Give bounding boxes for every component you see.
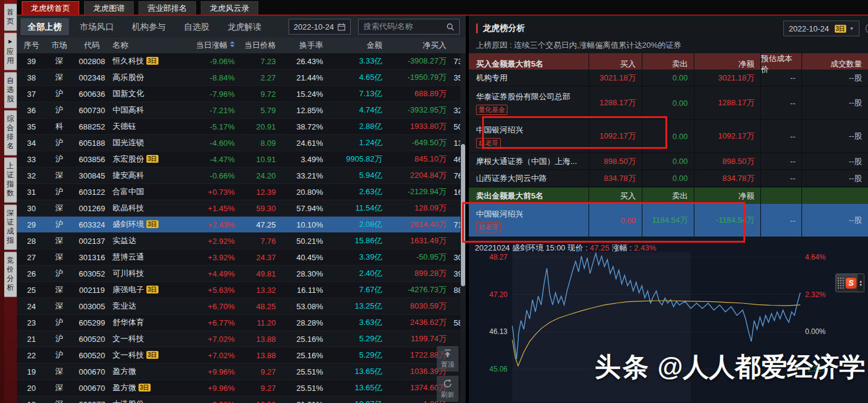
col-header-金额[interactable]: 金额 <box>328 40 387 51</box>
broker-row-华泰证券股份有限公司总部[interactable]: 华泰证券股份有限公司总部量化基金1288.17万0.001288.17万----… <box>469 87 868 120</box>
info-icon[interactable]: i <box>866 23 868 34</box>
col-header-名称[interactable]: 名称 <box>111 40 186 51</box>
sidebar-item-应用[interactable]: ▶应用 <box>4 33 17 70</box>
three-day-badge: 3日 <box>146 57 158 65</box>
cell-name: 舒华体育 <box>111 317 186 328</box>
sidebar-item-竞价分析[interactable]: 竞价分析 <box>4 252 17 297</box>
cell-amount: 2.63亿 <box>328 186 387 197</box>
cell-amount: 7.13亿 <box>328 88 387 99</box>
cell-market: 沪 <box>46 88 73 99</box>
table-row-33[interactable]: 33沪603856东宏股份3日-4.47%10.913.49%9905.82万8… <box>17 151 466 168</box>
broker-row-摩根大通证券（中国）上海...[interactable]: 摩根大通证券（中国）上海...898.50万0.00898.50万----股 <box>469 153 868 170</box>
tab-龙虎风云录[interactable]: 龙虎风云录 <box>201 1 258 15</box>
table-row-38[interactable]: 38深002348高乐股份-8.84%2.2721.44%4.65亿-1950.… <box>17 70 466 86</box>
screenshot-tool-widget[interactable]: S ▲▼ <box>835 274 864 292</box>
action-刷新[interactable]: 刷新 <box>437 376 458 402</box>
date-picker[interactable]: 2022-10-24 <box>289 19 351 34</box>
table-row-35[interactable]: 35科688252天德钰-5.17%20.9138.72%2.88亿1933.8… <box>17 119 466 135</box>
table-row-32[interactable]: 32深300845捷安高科-0.66%24.2033.21%5.94亿2204.… <box>17 168 466 184</box>
col-header-当日涨幅[interactable]: 当日涨幅 <box>186 40 240 51</box>
cell-price: 12.39 <box>240 188 281 197</box>
table-row-30[interactable]: 30深001269欧晶科技+1.45%59.3057.94%11.54亿128.… <box>17 200 466 217</box>
cell-price: 48.25 <box>240 302 281 311</box>
sidebar-item-首页[interactable]: 首页 <box>4 4 17 31</box>
table-row-27[interactable]: 27深301316慧博云通+3.92%24.3740.45%3.39亿-50.9… <box>17 249 466 266</box>
cell-turnover: 40.45% <box>281 253 328 262</box>
table-row-37[interactable]: 37沪600636国新文化-7.96%9.7215.24%7.13亿688.89… <box>17 86 466 102</box>
top-tab-bar: 龙虎榜首页龙虎图谱营业部排名龙虎风云录 <box>17 0 868 16</box>
cell-seq: 28 <box>17 237 46 246</box>
table-row-23[interactable]: 23沪605299舒华体育+6.77%11.2028.28%3.63亿2436.… <box>17 315 466 331</box>
col-header-序号[interactable]: 序号 <box>17 40 46 51</box>
cell-qty: --股 <box>801 120 868 152</box>
cell-market: 沪 <box>46 137 73 148</box>
table-row-18[interactable]: 18深002077大港股份+9.98%16.5321.21%10.97亿1.06… <box>17 396 466 403</box>
snip-logo-icon[interactable]: S <box>846 278 857 289</box>
col-header-市场[interactable]: 市场 <box>46 40 73 51</box>
col-header-净买入[interactable]: 净买入 <box>387 40 451 51</box>
broker-row-机构专用[interactable]: 机构专用3021.18万0.003021.18万----股 <box>469 70 868 87</box>
cell-net: 1288.17万 <box>694 87 760 119</box>
tab-营业部排名[interactable]: 营业部排名 <box>139 1 196 15</box>
filter-tab-全部上榜[interactable]: 全部上榜 <box>21 18 69 35</box>
table-row-26[interactable]: 26沪603052可川科技+4.49%49.8128.30%2.40亿899.2… <box>17 266 466 282</box>
table-row-25[interactable]: 25深002119康强电子3日+5.63%13.3216.11%7.67亿-42… <box>17 282 466 298</box>
table-row-20[interactable]: 20深000670盈方微3日+9.96%9.2725.51%13.65亿1374… <box>17 380 466 396</box>
cell-seq: 22 <box>17 351 46 360</box>
table-row-24[interactable]: 24深003005竞业达+6.70%48.2553.08%13.25亿8030.… <box>17 298 466 315</box>
table-row-39[interactable]: 39深002808恒久科技3日-9.06%7.2326.43%3.33亿-390… <box>17 53 466 70</box>
leaderboard-toolbar: 全部上榜市场风口机构参与自选股龙虎解读 2022-10-24 搜索代码/名称 <box>17 16 466 38</box>
sort-icon[interactable] <box>230 41 235 47</box>
drag-handle-icon[interactable] <box>837 277 845 289</box>
tab-龙虎榜首页[interactable]: 龙虎榜首页 <box>22 1 79 15</box>
cell-price: 47.25 <box>240 220 281 229</box>
table-row-19[interactable]: 19深000670盈方微+9.96%9.2725.51%13.65亿1036.3… <box>17 364 466 380</box>
cell-change: +7.02% <box>186 335 240 344</box>
analysis-title: 龙虎榜分析 <box>483 23 525 34</box>
cell-seq: 26 <box>17 269 46 278</box>
cell-market: 科 <box>46 121 73 132</box>
reason-text: 连续三个交易日内,涨幅偏离值累计达20%的证券 <box>514 41 682 50</box>
table-row-22[interactable]: 22沪600520文一科技3日+7.02%13.8825.16%5.29亿172… <box>17 347 466 364</box>
search-input[interactable]: 搜索代码/名称 <box>358 19 460 34</box>
table-row-21[interactable]: 21沪600520文一科技+7.02%13.8825.16%5.29亿1199.… <box>17 331 466 347</box>
sidebar-item-综合排名[interactable]: 综合排名 <box>4 110 17 156</box>
sidebar-item-上证指数[interactable]: 上证指数 <box>4 157 17 203</box>
sidebar-item-深证成指[interactable]: 深证成指 <box>4 205 17 250</box>
cell-market: 深 <box>46 301 73 312</box>
broker-name: 机构专用 <box>469 70 589 86</box>
cell-seq: 35 <box>17 122 46 131</box>
filter-tab-自选股[interactable]: 自选股 <box>177 18 217 35</box>
action-置顶[interactable]: 置顶 <box>437 346 458 372</box>
cell-qty: --股 <box>801 170 868 186</box>
cell-change: +0.73% <box>186 188 240 197</box>
table-row-28[interactable]: 28深002137实益达+2.92%7.7650.21%15.86亿1631.4… <box>17 233 466 249</box>
analysis-date-dropdown[interactable]: 2022-10-24 3日 ▼ <box>783 21 860 36</box>
table-row-34[interactable]: 34沪605188国光连锁-4.60%8.0924.61%1.24亿-649.5… <box>17 135 466 151</box>
broker-row-山西证券大同云中路[interactable]: 山西证券大同云中路834.78万0.00834.78万----股 <box>469 170 868 187</box>
cell-change: -8.84% <box>186 73 240 82</box>
expand-arrow-icon: ▶ <box>4 37 16 46</box>
filter-tab-机构参与[interactable]: 机构参与 <box>125 18 173 35</box>
filter-tab-龙虎解读[interactable]: 龙虎解读 <box>220 18 269 35</box>
cell-netbuy: 899.28万 <box>387 268 451 279</box>
table-row-29[interactable]: 29沪603324盛剑环境3日+2.43%47.2510.10%2.08亿261… <box>17 217 466 233</box>
cell-name: 大港股份 <box>111 399 186 403</box>
cell-turnover: 21.21% <box>281 400 328 403</box>
cell-change: +9.96% <box>186 384 240 393</box>
cell-turnover: 28.30% <box>281 269 328 278</box>
cell-change: -0.66% <box>186 171 240 180</box>
table-row-36[interactable]: 36沪600730中国高科-7.21%5.7912.85%4.74亿-3932.… <box>17 102 466 119</box>
cell-qty: --股 <box>801 70 868 86</box>
sidebar-item-自选股[interactable]: 自选股 <box>4 72 17 108</box>
col-header-换手率[interactable]: 换手率 <box>281 40 328 51</box>
col-header-当日价格[interactable]: 当日价格 <box>240 40 281 51</box>
table-row-31[interactable]: 31沪603122合富中国+0.73%12.3920.80%2.63亿-2129… <box>17 184 466 200</box>
tab-龙虎图谱[interactable]: 龙虎图谱 <box>84 1 134 15</box>
col-header-代码[interactable]: 代码 <box>73 40 111 51</box>
cell-code: 300845 <box>73 171 111 180</box>
filter-tab-市场风口[interactable]: 市场风口 <box>73 18 121 35</box>
cell-turnover: 53.08% <box>281 302 328 311</box>
collapse-arrows-icon[interactable]: ▲▼ <box>858 274 864 292</box>
cell-amount: 2.88亿 <box>328 121 387 132</box>
